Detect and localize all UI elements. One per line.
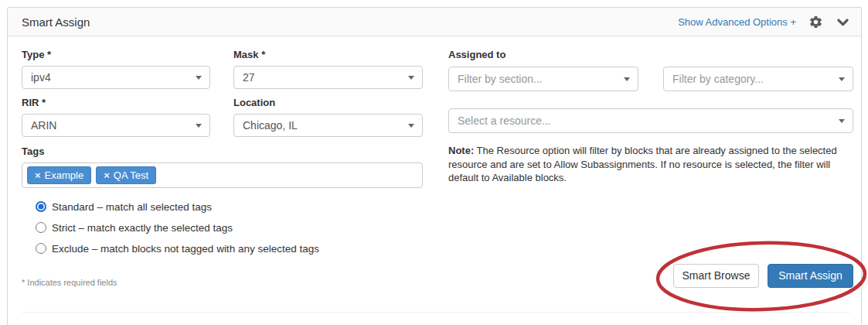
tag-label: Example: [45, 169, 84, 181]
radio-button-icon[interactable]: [36, 243, 46, 254]
type-label: Type *: [22, 49, 51, 60]
caret-down-icon: [196, 124, 202, 128]
location-select[interactable]: Chicago, IL: [233, 114, 423, 137]
smart-assign-panel: Smart Assign Show Advanced Options + Typ…: [7, 7, 862, 325]
caret-down-icon: [839, 77, 845, 81]
footer-divider: [22, 312, 850, 313]
radio-standard[interactable]: Standard – match all selected tags: [36, 200, 212, 213]
filter-category-select[interactable]: Filter by category...: [663, 67, 853, 91]
caret-down-icon: [196, 76, 202, 80]
chevron-down-icon[interactable]: [836, 15, 850, 29]
type-select[interactable]: ipv4: [22, 66, 210, 89]
radio-button-icon[interactable]: [36, 201, 46, 212]
radio-exclude-label: Exclude – match blocks not tagged with a…: [52, 243, 319, 255]
tags-input[interactable]: × Example × QA Test: [22, 162, 423, 188]
caret-down-icon: [408, 76, 414, 80]
note-body: The Resource option will filter by block…: [448, 145, 837, 183]
mask-select-value: 27: [243, 71, 255, 84]
radio-strict-label: Strict – match exactly the selected tags: [52, 222, 233, 234]
remove-tag-icon[interactable]: ×: [104, 169, 110, 181]
show-advanced-options-link[interactable]: Show Advanced Options +: [678, 16, 796, 28]
radio-button-icon[interactable]: [36, 222, 46, 233]
tags-label: Tags: [22, 145, 44, 157]
note-prefix: Note:: [448, 145, 474, 156]
remove-tag-icon[interactable]: ×: [35, 169, 41, 181]
required-fields-note: * Indicates required fields: [22, 278, 117, 287]
resource-select[interactable]: Select a resource...: [448, 108, 853, 133]
filter-section-placeholder: Filter by section...: [458, 73, 543, 85]
mask-label: Mask *: [233, 49, 265, 60]
radio-standard-label: Standard – match all selected tags: [52, 201, 212, 213]
filter-section-select[interactable]: Filter by section...: [448, 67, 638, 91]
mask-select[interactable]: 27: [233, 66, 423, 89]
tag-example[interactable]: × Example: [27, 166, 91, 184]
panel-header-actions: Show Advanced Options +: [678, 8, 850, 36]
filter-category-placeholder: Filter by category...: [672, 73, 764, 85]
panel-title: Smart Assign: [22, 8, 90, 36]
smart-browse-button[interactable]: Smart Browse: [673, 264, 759, 288]
gear-icon[interactable]: [808, 15, 823, 29]
location-select-value: Chicago, IL: [243, 119, 298, 132]
caret-down-icon: [624, 77, 630, 81]
caret-down-icon: [839, 119, 845, 123]
tag-label: QA Test: [114, 169, 148, 181]
type-select-value: ipv4: [31, 71, 51, 84]
radio-strict[interactable]: Strict – match exactly the selected tags: [36, 221, 233, 234]
radio-exclude[interactable]: Exclude – match blocks not tagged with a…: [36, 242, 319, 255]
smart-assign-button[interactable]: Smart Assign: [768, 264, 853, 288]
panel-header: Smart Assign Show Advanced Options +: [8, 8, 861, 36]
location-label: Location: [233, 97, 275, 108]
resource-note: Note: The Resource option will filter by…: [448, 144, 856, 185]
assigned-to-label: Assigned to: [448, 49, 505, 60]
caret-down-icon: [408, 124, 414, 128]
tag-qa-test[interactable]: × QA Test: [96, 166, 156, 184]
rir-label: RIR *: [22, 97, 46, 108]
page: Smart Assign Show Advanced Options + Typ…: [0, 0, 868, 325]
resource-select-placeholder: Select a resource...: [458, 115, 551, 127]
rir-select-value: ARIN: [31, 119, 56, 132]
rir-select[interactable]: ARIN: [22, 114, 210, 137]
